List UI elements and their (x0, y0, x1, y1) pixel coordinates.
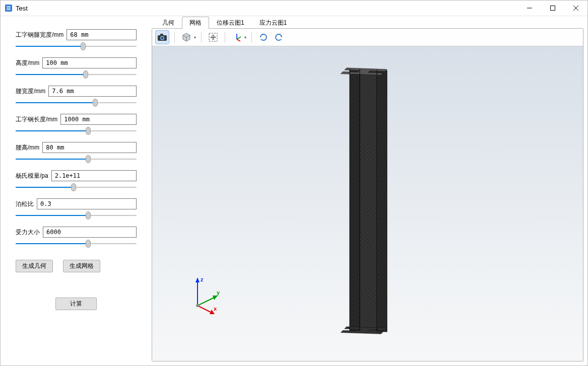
viewport-toolbar: ▾ (152, 29, 583, 46)
param-input[interactable] (60, 114, 137, 125)
close-button[interactable] (564, 1, 587, 16)
svg-rect-16 (359, 69, 378, 331)
param-input[interactable] (37, 198, 137, 209)
param-label: 高度/mm (16, 59, 42, 67)
chevron-down-icon[interactable]: ▾ (244, 35, 246, 40)
param-input[interactable] (67, 29, 137, 40)
param-slider[interactable] (16, 99, 137, 107)
svg-line-25 (198, 306, 212, 313)
main-window: Test 工字钢腿宽度/mm高度/mm腰宽度/mm工字钢长度/mm腰高/mm杨氏… (0, 0, 588, 366)
param-slider[interactable] (16, 240, 137, 248)
svg-line-12 (237, 39, 240, 41)
window-title: Test (16, 5, 28, 12)
tab-0[interactable]: 几何 (155, 17, 182, 29)
viewport-panel: 几何网格位移云图1应力云图1 (152, 16, 587, 365)
param-input[interactable] (43, 227, 137, 238)
svg-rect-14 (377, 69, 387, 332)
chevron-down-icon[interactable]: ▾ (194, 35, 196, 40)
svg-marker-20 (195, 277, 200, 282)
tab-3[interactable]: 应力云图1 (252, 17, 295, 29)
app-icon (5, 4, 13, 12)
param-label: 腰高/mm (16, 143, 42, 152)
svg-text:z: z (201, 276, 204, 282)
param-input[interactable] (42, 57, 137, 68)
view-tabs: 几何网格位移云图1应力云图1 (152, 16, 583, 28)
generate-geometry-button[interactable]: 生成几何 (16, 260, 53, 272)
box-view-icon[interactable] (180, 31, 193, 44)
rotate-ccw-icon[interactable] (272, 31, 285, 44)
param-label: 工字钢长度/mm (16, 115, 60, 124)
viewport-frame: ▾ (152, 28, 583, 361)
titlebar: Test (1, 1, 587, 16)
tab-1[interactable]: 网格 (182, 17, 209, 29)
svg-marker-23 (213, 296, 218, 300)
camera-icon[interactable] (155, 30, 169, 44)
svg-rect-6 (160, 34, 163, 36)
maximize-button[interactable] (541, 1, 564, 16)
svg-text:x: x (214, 306, 217, 312)
svg-rect-2 (551, 6, 555, 11)
calculate-button[interactable]: 计算 (55, 298, 97, 310)
param-label: 腰宽度/mm (16, 87, 48, 96)
param-input[interactable] (48, 86, 137, 97)
rotate-cw-icon[interactable] (257, 31, 270, 44)
param-slider[interactable] (16, 183, 137, 191)
svg-line-11 (237, 37, 241, 39)
param-label: 工字钢腿宽度/mm (16, 31, 67, 39)
minimize-button[interactable] (518, 1, 541, 16)
param-input[interactable] (51, 170, 137, 181)
svg-rect-18 (350, 68, 360, 331)
svg-text:y: y (217, 289, 220, 296)
fit-view-icon[interactable] (207, 31, 220, 44)
orientation-triad: z y x (187, 275, 228, 316)
param-input[interactable] (42, 142, 137, 153)
param-label: 泊松比 (16, 200, 37, 208)
svg-point-8 (161, 37, 163, 39)
tab-2[interactable]: 位移云图1 (209, 17, 252, 29)
param-slider[interactable] (16, 127, 137, 135)
generate-mesh-button[interactable]: 生成网格 (63, 260, 100, 272)
param-slider[interactable] (16, 155, 137, 163)
parameter-panel: 工字钢腿宽度/mm高度/mm腰宽度/mm工字钢长度/mm腰高/mm杨氏模量/pa… (1, 16, 152, 365)
param-slider[interactable] (16, 211, 137, 219)
param-label: 受力大小 (16, 228, 43, 237)
svg-point-28 (196, 304, 199, 307)
param-slider[interactable] (16, 70, 137, 79)
param-slider[interactable] (16, 42, 137, 50)
viewport-3d[interactable]: z y x (152, 46, 583, 361)
param-label: 杨氏模量/pa (16, 172, 51, 180)
axes-triad-icon[interactable] (230, 31, 243, 44)
mesh-model (322, 63, 413, 345)
svg-line-22 (198, 297, 215, 306)
